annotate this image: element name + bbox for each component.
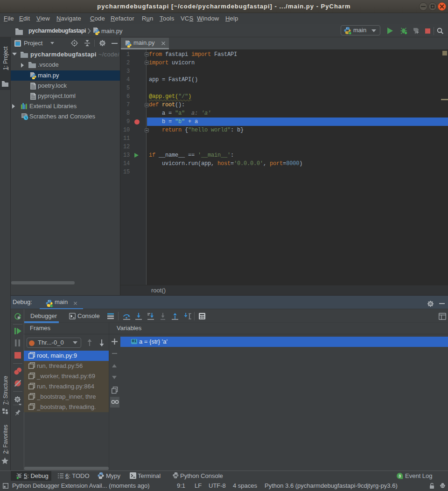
svg-text:3: 3: [399, 474, 401, 478]
